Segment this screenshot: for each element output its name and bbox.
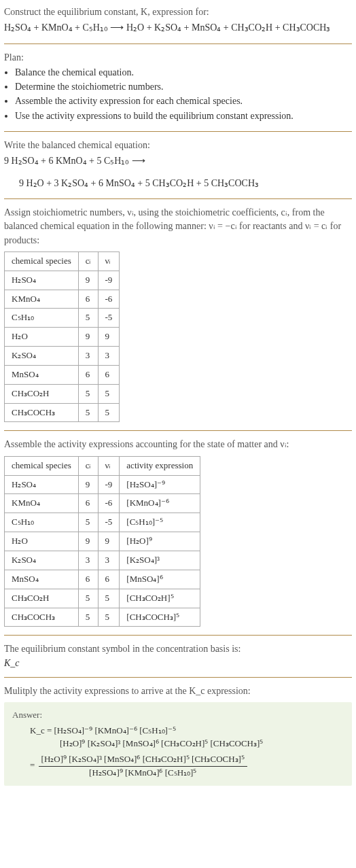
table-row: C₅H₁₀5-5 [5, 309, 120, 328]
table-cell: 9 [98, 328, 120, 347]
answer-fraction: = [H₂O]⁹ [K₂SO₄]³ [MnSO₄]⁶ [CH₃CO₂H]⁵ [C… [30, 753, 344, 780]
divider [4, 430, 352, 431]
table-cell: CH₃CO₂H [5, 589, 79, 608]
divider [4, 198, 352, 199]
table-cell: 5 [98, 608, 120, 627]
stoichiometric-table: chemical species cᵢ νᵢ H₂SO₄9-9KMnO₄6-6C… [4, 251, 120, 423]
answer-label: Answer: [12, 709, 344, 722]
activity-table: chemical species cᵢ νᵢ activity expressi… [4, 456, 200, 627]
table-cell: 6 [78, 570, 98, 589]
table-row: CH₃CO₂H55 [5, 384, 120, 403]
table-row: MnSO₄66 [5, 365, 120, 384]
divider [4, 635, 352, 636]
col-activity: activity expression [120, 456, 200, 475]
table-cell: MnSO₄ [5, 570, 79, 589]
table-row: MnSO₄66[MnSO₄]⁶ [5, 570, 200, 589]
table-cell: -6 [98, 494, 120, 513]
table-cell: -6 [98, 290, 120, 309]
table-cell: 5 [78, 384, 98, 403]
table-row: K₂SO₄33[K₂SO₄]³ [5, 551, 200, 570]
table-cell: 3 [98, 347, 120, 366]
fraction-denominator: [H₂SO₄]⁹ [KMnO₄]⁶ [C₅H₁₀]⁵ [39, 767, 247, 780]
table-cell: H₂SO₄ [5, 475, 79, 494]
balanced-rhs: 9 H₂O + 3 K₂SO₄ + 6 MnSO₄ + 5 CH₃CO₂H + … [19, 177, 352, 190]
multiply-text: Mulitply the activity expressions to arr… [4, 684, 352, 698]
table-cell: CH₃CO₂H [5, 384, 79, 403]
col-nui: νᵢ [98, 251, 120, 271]
col-ci: cᵢ [78, 456, 98, 475]
col-species: chemical species [5, 456, 79, 475]
table-cell: 6 [78, 365, 98, 384]
main-equation: H₂SO₄ + KMnO₄ + C₅H₁₀ ⟶ H₂O + K₂SO₄ + Mn… [4, 21, 352, 35]
list-item: Determine the stoichiometric numbers. [15, 80, 352, 94]
table-row: C₅H₁₀5-5[C₅H₁₀]⁻⁵ [5, 513, 200, 532]
table-cell: 5 [98, 403, 120, 422]
equals-sign: = [30, 760, 37, 770]
table-cell: MnSO₄ [5, 365, 79, 384]
table-header-row: chemical species cᵢ νᵢ [5, 251, 120, 271]
table-cell: 5 [78, 513, 98, 532]
table-cell: 5 [98, 589, 120, 608]
table-cell: [H₂SO₄]⁻⁹ [120, 475, 200, 494]
answer-line-1b: [H₂O]⁹ [K₂SO₄]³ [MnSO₄]⁶ [CH₃CO₂H]⁵ [CH₃… [60, 737, 344, 750]
divider [4, 131, 352, 132]
table-cell: 3 [98, 551, 120, 570]
table-cell: [C₅H₁₀]⁻⁵ [120, 513, 200, 532]
table-cell: [CH₃COCH₃]⁵ [120, 608, 200, 627]
table-cell: 5 [78, 309, 98, 328]
table-row: CH₃COCH₃55[CH₃COCH₃]⁵ [5, 608, 200, 627]
table-cell: CH₃COCH₃ [5, 608, 79, 627]
balanced-label: Write the balanced chemical equation: [4, 139, 352, 152]
table-cell: 5 [78, 403, 98, 422]
table-cell: [CH₃CO₂H]⁵ [120, 589, 200, 608]
table-cell: -5 [98, 309, 120, 328]
table-row: H₂SO₄9-9[H₂SO₄]⁻⁹ [5, 475, 200, 494]
table-cell: 6 [98, 570, 120, 589]
eq-const-text: The equilibrium constant symbol in the c… [4, 642, 352, 656]
table-cell: 3 [78, 551, 98, 570]
list-item: Balance the chemical equation. [15, 66, 352, 80]
table-row: K₂SO₄33 [5, 347, 120, 366]
col-species: chemical species [5, 251, 79, 271]
table-cell: 9 [78, 532, 98, 551]
list-item: Assemble the activity expression for eac… [15, 94, 352, 108]
table-cell: 9 [78, 475, 98, 494]
table-row: H₂O99 [5, 328, 120, 347]
answer-box: Answer: K_c = [H₂SO₄]⁻⁹ [KMnO₄]⁻⁶ [C₅H₁₀… [4, 702, 352, 786]
table-cell: 3 [78, 347, 98, 366]
table-cell: 9 [78, 328, 98, 347]
table-row: H₂SO₄9-9 [5, 271, 120, 290]
table-cell: -9 [98, 271, 120, 290]
col-ci: cᵢ [78, 251, 98, 271]
table-cell: CH₃COCH₃ [5, 403, 79, 422]
table-cell: C₅H₁₀ [5, 309, 79, 328]
table-cell: [MnSO₄]⁶ [120, 570, 200, 589]
table-cell: [K₂SO₄]³ [120, 551, 200, 570]
divider [4, 677, 352, 678]
table-cell: K₂SO₄ [5, 347, 79, 366]
table-cell: [H₂O]⁹ [120, 532, 200, 551]
assign-text: Assign stoichiometric numbers, νᵢ, using… [4, 206, 352, 247]
table-cell: -5 [98, 513, 120, 532]
divider [4, 44, 352, 44]
kc-symbol: K_c [4, 657, 352, 670]
table-cell: 5 [98, 384, 120, 403]
table-row: KMnO₄6-6 [5, 290, 120, 309]
intro-text: Construct the equilibrium constant, K, e… [4, 5, 352, 19]
col-nui: νᵢ [98, 456, 120, 475]
table-cell: 5 [78, 589, 98, 608]
table-cell: KMnO₄ [5, 290, 79, 309]
table-cell: 9 [78, 271, 98, 290]
table-cell: KMnO₄ [5, 494, 79, 513]
table-cell: K₂SO₄ [5, 551, 79, 570]
table-cell: -9 [98, 475, 120, 494]
table-cell: 6 [78, 290, 98, 309]
table-cell: H₂O [5, 328, 79, 347]
plan-label: Plan: [4, 51, 352, 65]
table-row: H₂O99[H₂O]⁹ [5, 532, 200, 551]
table-cell: H₂O [5, 532, 79, 551]
assemble-text: Assemble the activity expressions accoun… [4, 438, 352, 451]
table-header-row: chemical species cᵢ νᵢ activity expressi… [5, 456, 200, 475]
balanced-lhs: 9 H₂SO₄ + 6 KMnO₄ + 5 C₅H₁₀ ⟶ [4, 154, 352, 168]
plan-list: Balance the chemical equation. Determine… [4, 66, 352, 123]
